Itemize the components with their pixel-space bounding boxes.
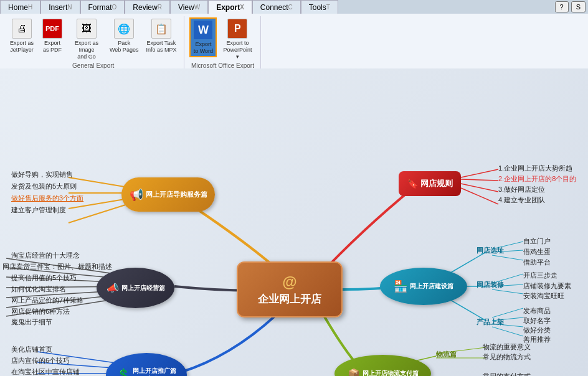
build-label: 网上开店建设篇 xyxy=(410,282,453,291)
leaf-promo-2: 店内宣传的6个技巧 xyxy=(11,356,70,365)
build-node[interactable]: 🏪 网上开店建设篇 xyxy=(380,268,467,305)
export-word-button[interactable]: W Exportto Word xyxy=(189,17,217,57)
leaf-build-1: 自立门户 xyxy=(523,237,551,246)
promo-icon: 💲 xyxy=(116,368,130,376)
leaf-ops-3: 提高信用值的5个技巧 xyxy=(11,273,77,283)
svg-line-16 xyxy=(448,252,486,274)
promo-node[interactable]: 💲 网上开店推广篇（初级） xyxy=(106,353,187,376)
center-label: 企业网上开店 xyxy=(258,292,321,306)
tab-tools[interactable]: Tools T xyxy=(301,0,338,14)
tab-export[interactable]: Export X xyxy=(208,0,252,14)
ribbon: 🖨 Export asJetPlayer PDF Exportas PDF 🖼 … xyxy=(0,14,588,70)
ppt-icon: P xyxy=(227,19,247,39)
leaf-logistics-2: 常见的物流方式 xyxy=(483,352,531,362)
leaf-promo-1: 美化店铺首页 xyxy=(11,345,52,354)
leaf-ops-1: 淘宝店经营的十大理念 xyxy=(11,251,80,260)
jetplayer-icon: 🖨 xyxy=(12,19,32,39)
subbranch-build-products: 产品上架 xyxy=(477,317,504,327)
mpx-icon: 📋 xyxy=(151,19,171,39)
leaf-build-8: 取好名字 xyxy=(523,316,551,326)
operations-icon: 📣 xyxy=(107,282,119,294)
export-pdf-button[interactable]: PDF Exportas PDF xyxy=(39,17,66,55)
svg-line-24 xyxy=(492,289,523,294)
svg-line-25 xyxy=(492,308,523,317)
pdf-icon: PDF xyxy=(42,19,62,39)
subbranch-logistics-flow: 物流篇 xyxy=(436,350,457,359)
center-icon: @ xyxy=(282,273,296,291)
leaf-rules-1: 1.企业网上开店大势所趋 xyxy=(498,164,572,173)
leaf-logistics-1: 物流的重要意义 xyxy=(483,342,531,352)
purchase-node[interactable]: 📢 网上开店导购服务篇 xyxy=(121,177,215,212)
logistics-icon: 📦 xyxy=(348,368,360,377)
leaf-build-5: 店铺装修九要素 xyxy=(523,281,571,291)
leaf-ops-7: 魔鬼出于细节 xyxy=(11,317,52,327)
leaf-ops-2: 网店卖货三件宝：图片、标题和描述 xyxy=(2,262,112,271)
minimize-button[interactable]: S xyxy=(571,1,586,12)
ribbon-buttons-ms: W Exportto Word P Export toPowerPoint ▾ xyxy=(189,17,255,61)
export-ppt-button[interactable]: P Export toPowerPoint ▾ xyxy=(219,17,255,61)
logistics-node[interactable]: 📦 网上开店物流支付篇 xyxy=(334,355,431,376)
leaf-purchase-1: 做好导购，实现销售 xyxy=(11,170,73,179)
tab-connect[interactable]: Connect C xyxy=(252,0,301,14)
export-mpx-button[interactable]: 📋 Export TaskInfo as MPX xyxy=(143,17,179,55)
webpages-icon: 🌐 xyxy=(114,19,134,39)
rules-label: 网店规则 xyxy=(420,178,453,189)
leaf-purchase-3[interactable]: 做好售后服务的3个方面 xyxy=(11,194,83,203)
ribbon-group-general-export: 🖨 Export asJetPlayer PDF Exportas PDF 🖼 … xyxy=(2,16,184,70)
leaf-ops-5: 网上产品定价的7种策略 xyxy=(11,296,83,305)
leaf-logistics-3: 常用的支付方式 xyxy=(483,372,531,376)
leaf-promo-3: 在淘宝社区中宣传店铺 xyxy=(11,367,80,376)
leaf-build-2: 借鸡生蛋 xyxy=(523,247,551,256)
svg-line-21 xyxy=(492,255,523,260)
leaf-build-3: 借助平台 xyxy=(523,258,551,267)
tab-bar: Home H Insert N Format O Review R View W… xyxy=(0,0,588,14)
export-jetplayer-button[interactable]: 🖨 Export asJetPlayer xyxy=(7,17,36,55)
subbranch-build-address: 网店选址 xyxy=(477,246,504,255)
help-button[interactable]: ? xyxy=(555,1,569,12)
leaf-build-9: 做好分类 xyxy=(523,326,551,335)
leaf-rules-3: 3.做好网店定位 xyxy=(498,185,545,194)
word-icon: W xyxy=(193,20,213,40)
operations-label: 网上开店经营篇 xyxy=(121,284,165,293)
logistics-label: 网上开店物流支付篇 xyxy=(363,369,419,376)
leaf-build-6: 安装淘宝旺旺 xyxy=(523,291,564,301)
svg-line-35 xyxy=(461,169,498,177)
tab-view[interactable]: View W xyxy=(170,0,208,14)
purchase-icon: 📢 xyxy=(130,188,143,202)
subbranch-build-decor: 网店装修 xyxy=(477,280,504,289)
svg-line-38 xyxy=(461,188,498,204)
leaf-build-7: 发布商品 xyxy=(523,306,551,316)
svg-line-37 xyxy=(461,184,498,192)
toolbar: Home H Insert N Format O Review R View W… xyxy=(0,0,588,68)
operations-node[interactable]: 📣 网上开店经营篇 xyxy=(97,268,174,308)
tab-format[interactable]: Format O xyxy=(80,0,125,14)
svg-line-28 xyxy=(492,327,523,336)
center-node[interactable]: @ 企业网上开店 xyxy=(237,261,343,317)
purchase-label: 网上开店导购服务篇 xyxy=(146,190,207,199)
leaf-build-4: 开店三步走 xyxy=(523,271,557,280)
ribbon-buttons-general: 🖨 Export asJetPlayer PDF Exportas PDF 🖼 … xyxy=(7,17,179,61)
leaf-ops-6: 网店促销的6种方法 xyxy=(11,307,70,316)
build-icon: 🏪 xyxy=(394,280,407,293)
tab-insert[interactable]: Insert N xyxy=(40,0,80,14)
tab-review[interactable]: Review R xyxy=(125,0,170,14)
pack-web-button[interactable]: 🌐 PackWeb Pages xyxy=(107,17,141,55)
export-image-button[interactable]: 🖼 Export as Imageand Go xyxy=(69,17,105,61)
image-icon: 🖼 xyxy=(77,19,97,39)
leaf-purchase-2: 发货及包装的5大原则 xyxy=(11,182,77,191)
tab-home[interactable]: Home H xyxy=(0,0,40,14)
promo-label: 网上开店推广篇（初级） xyxy=(133,367,176,376)
rules-node[interactable]: 🔖 网店规则 xyxy=(399,171,461,196)
leaf-ops-4: 如何优化淘宝排名 xyxy=(11,284,66,294)
ribbon-group-ms-export: W Exportto Word P Export toPowerPoint ▾ … xyxy=(184,16,261,70)
leaf-purchase-4: 建立客户管理制度 xyxy=(11,205,66,215)
mindmap-connectors xyxy=(0,68,588,376)
rules-icon: 🔖 xyxy=(407,179,418,189)
leaf-rules-4: 4.建立专业团队 xyxy=(498,195,545,205)
mindmap-canvas: @ 企业网上开店 📢 网上开店导购服务篇 📣 网上开店经营篇 💲 网上开店推广篇… xyxy=(0,68,588,376)
leaf-rules-2: 2.企业网上开店的8个目的 xyxy=(498,174,576,184)
svg-line-36 xyxy=(461,179,498,181)
